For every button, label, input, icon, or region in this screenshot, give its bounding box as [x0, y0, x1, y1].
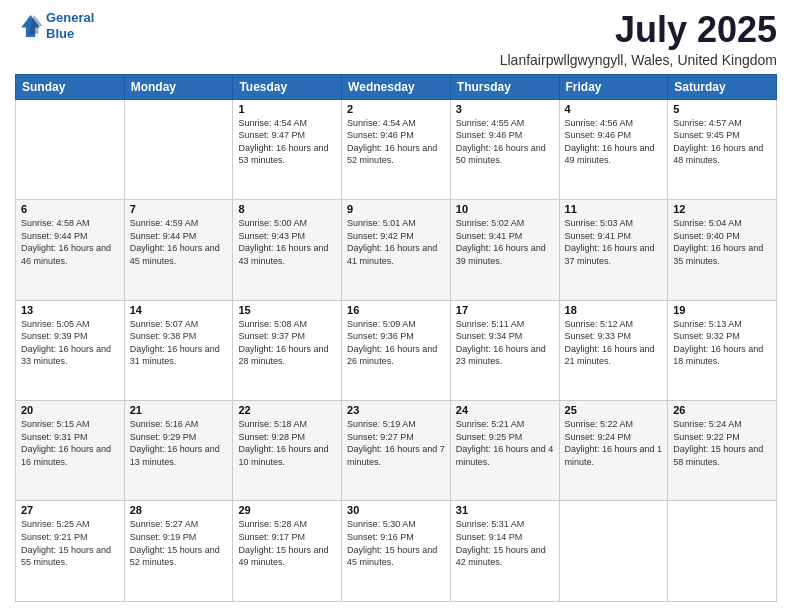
- calendar-cell: 22Sunrise: 5:18 AMSunset: 9:28 PMDayligh…: [233, 401, 342, 501]
- day-number: 22: [238, 404, 336, 416]
- day-number: 10: [456, 203, 554, 215]
- day-info: Sunrise: 5:05 AMSunset: 9:39 PMDaylight:…: [21, 318, 119, 368]
- day-info: Sunrise: 5:03 AMSunset: 9:41 PMDaylight:…: [565, 217, 663, 267]
- day-number: 13: [21, 304, 119, 316]
- day-info: Sunrise: 5:09 AMSunset: 9:36 PMDaylight:…: [347, 318, 445, 368]
- day-number: 18: [565, 304, 663, 316]
- day-info: Sunrise: 4:54 AMSunset: 9:46 PMDaylight:…: [347, 117, 445, 167]
- location: Llanfairpwllgwyngyll, Wales, United King…: [500, 52, 777, 68]
- day-info: Sunrise: 5:08 AMSunset: 9:37 PMDaylight:…: [238, 318, 336, 368]
- day-number: 2: [347, 103, 445, 115]
- day-info: Sunrise: 4:59 AMSunset: 9:44 PMDaylight:…: [130, 217, 228, 267]
- day-number: 24: [456, 404, 554, 416]
- title-block: July 2025 Llanfairpwllgwyngyll, Wales, U…: [500, 10, 777, 68]
- calendar-cell: 27Sunrise: 5:25 AMSunset: 9:21 PMDayligh…: [16, 501, 125, 602]
- day-info: Sunrise: 5:19 AMSunset: 9:27 PMDaylight:…: [347, 418, 445, 468]
- day-number: 1: [238, 103, 336, 115]
- day-info: Sunrise: 4:55 AMSunset: 9:46 PMDaylight:…: [456, 117, 554, 167]
- calendar-header-row: Sunday Monday Tuesday Wednesday Thursday…: [16, 74, 777, 99]
- calendar-cell: 26Sunrise: 5:24 AMSunset: 9:22 PMDayligh…: [668, 401, 777, 501]
- col-monday: Monday: [124, 74, 233, 99]
- day-info: Sunrise: 5:01 AMSunset: 9:42 PMDaylight:…: [347, 217, 445, 267]
- day-number: 23: [347, 404, 445, 416]
- day-info: Sunrise: 5:25 AMSunset: 9:21 PMDaylight:…: [21, 518, 119, 568]
- day-info: Sunrise: 4:57 AMSunset: 9:45 PMDaylight:…: [673, 117, 771, 167]
- calendar-cell: 14Sunrise: 5:07 AMSunset: 9:38 PMDayligh…: [124, 300, 233, 400]
- calendar-cell: [16, 99, 125, 199]
- day-number: 21: [130, 404, 228, 416]
- calendar-cell: 29Sunrise: 5:28 AMSunset: 9:17 PMDayligh…: [233, 501, 342, 602]
- day-info: Sunrise: 5:30 AMSunset: 9:16 PMDaylight:…: [347, 518, 445, 568]
- day-info: Sunrise: 5:16 AMSunset: 9:29 PMDaylight:…: [130, 418, 228, 468]
- calendar-cell: [124, 99, 233, 199]
- day-info: Sunrise: 5:02 AMSunset: 9:41 PMDaylight:…: [456, 217, 554, 267]
- calendar-cell: 1Sunrise: 4:54 AMSunset: 9:47 PMDaylight…: [233, 99, 342, 199]
- day-number: 17: [456, 304, 554, 316]
- day-number: 26: [673, 404, 771, 416]
- day-number: 29: [238, 504, 336, 516]
- day-number: 19: [673, 304, 771, 316]
- calendar-week-1: 1Sunrise: 4:54 AMSunset: 9:47 PMDaylight…: [16, 99, 777, 199]
- day-info: Sunrise: 4:58 AMSunset: 9:44 PMDaylight:…: [21, 217, 119, 267]
- col-tuesday: Tuesday: [233, 74, 342, 99]
- day-number: 15: [238, 304, 336, 316]
- calendar-cell: [668, 501, 777, 602]
- calendar-cell: [559, 501, 668, 602]
- day-number: 9: [347, 203, 445, 215]
- day-number: 20: [21, 404, 119, 416]
- day-number: 28: [130, 504, 228, 516]
- day-info: Sunrise: 5:13 AMSunset: 9:32 PMDaylight:…: [673, 318, 771, 368]
- calendar-cell: 15Sunrise: 5:08 AMSunset: 9:37 PMDayligh…: [233, 300, 342, 400]
- calendar-cell: 10Sunrise: 5:02 AMSunset: 9:41 PMDayligh…: [450, 200, 559, 300]
- header: General Blue July 2025 Llanfairpwllgwyng…: [15, 10, 777, 68]
- col-thursday: Thursday: [450, 74, 559, 99]
- day-number: 25: [565, 404, 663, 416]
- calendar-cell: 2Sunrise: 4:54 AMSunset: 9:46 PMDaylight…: [342, 99, 451, 199]
- calendar-cell: 18Sunrise: 5:12 AMSunset: 9:33 PMDayligh…: [559, 300, 668, 400]
- calendar-cell: 17Sunrise: 5:11 AMSunset: 9:34 PMDayligh…: [450, 300, 559, 400]
- day-number: 11: [565, 203, 663, 215]
- day-number: 8: [238, 203, 336, 215]
- logo-icon: [15, 12, 43, 40]
- calendar-cell: 9Sunrise: 5:01 AMSunset: 9:42 PMDaylight…: [342, 200, 451, 300]
- calendar-table: Sunday Monday Tuesday Wednesday Thursday…: [15, 74, 777, 602]
- logo-line2: Blue: [46, 26, 74, 41]
- day-number: 14: [130, 304, 228, 316]
- day-number: 4: [565, 103, 663, 115]
- calendar-cell: 7Sunrise: 4:59 AMSunset: 9:44 PMDaylight…: [124, 200, 233, 300]
- calendar-week-3: 13Sunrise: 5:05 AMSunset: 9:39 PMDayligh…: [16, 300, 777, 400]
- logo-text: General Blue: [46, 10, 94, 41]
- calendar-cell: 6Sunrise: 4:58 AMSunset: 9:44 PMDaylight…: [16, 200, 125, 300]
- calendar-cell: 23Sunrise: 5:19 AMSunset: 9:27 PMDayligh…: [342, 401, 451, 501]
- day-info: Sunrise: 5:11 AMSunset: 9:34 PMDaylight:…: [456, 318, 554, 368]
- month-year: July 2025: [500, 10, 777, 50]
- day-info: Sunrise: 4:56 AMSunset: 9:46 PMDaylight:…: [565, 117, 663, 167]
- day-info: Sunrise: 5:22 AMSunset: 9:24 PMDaylight:…: [565, 418, 663, 468]
- calendar-week-4: 20Sunrise: 5:15 AMSunset: 9:31 PMDayligh…: [16, 401, 777, 501]
- day-info: Sunrise: 5:07 AMSunset: 9:38 PMDaylight:…: [130, 318, 228, 368]
- day-number: 31: [456, 504, 554, 516]
- calendar-cell: 16Sunrise: 5:09 AMSunset: 9:36 PMDayligh…: [342, 300, 451, 400]
- calendar-cell: 8Sunrise: 5:00 AMSunset: 9:43 PMDaylight…: [233, 200, 342, 300]
- col-sunday: Sunday: [16, 74, 125, 99]
- day-info: Sunrise: 4:54 AMSunset: 9:47 PMDaylight:…: [238, 117, 336, 167]
- day-number: 27: [21, 504, 119, 516]
- calendar-cell: 5Sunrise: 4:57 AMSunset: 9:45 PMDaylight…: [668, 99, 777, 199]
- calendar-cell: 21Sunrise: 5:16 AMSunset: 9:29 PMDayligh…: [124, 401, 233, 501]
- calendar-cell: 31Sunrise: 5:31 AMSunset: 9:14 PMDayligh…: [450, 501, 559, 602]
- calendar-cell: 30Sunrise: 5:30 AMSunset: 9:16 PMDayligh…: [342, 501, 451, 602]
- day-info: Sunrise: 5:28 AMSunset: 9:17 PMDaylight:…: [238, 518, 336, 568]
- calendar-cell: 28Sunrise: 5:27 AMSunset: 9:19 PMDayligh…: [124, 501, 233, 602]
- calendar-week-5: 27Sunrise: 5:25 AMSunset: 9:21 PMDayligh…: [16, 501, 777, 602]
- day-info: Sunrise: 5:18 AMSunset: 9:28 PMDaylight:…: [238, 418, 336, 468]
- day-number: 5: [673, 103, 771, 115]
- calendar-cell: 25Sunrise: 5:22 AMSunset: 9:24 PMDayligh…: [559, 401, 668, 501]
- day-info: Sunrise: 5:04 AMSunset: 9:40 PMDaylight:…: [673, 217, 771, 267]
- day-info: Sunrise: 5:15 AMSunset: 9:31 PMDaylight:…: [21, 418, 119, 468]
- day-info: Sunrise: 5:27 AMSunset: 9:19 PMDaylight:…: [130, 518, 228, 568]
- col-friday: Friday: [559, 74, 668, 99]
- calendar-cell: 4Sunrise: 4:56 AMSunset: 9:46 PMDaylight…: [559, 99, 668, 199]
- page: General Blue July 2025 Llanfairpwllgwyng…: [0, 0, 792, 612]
- calendar-cell: 3Sunrise: 4:55 AMSunset: 9:46 PMDaylight…: [450, 99, 559, 199]
- calendar-cell: 12Sunrise: 5:04 AMSunset: 9:40 PMDayligh…: [668, 200, 777, 300]
